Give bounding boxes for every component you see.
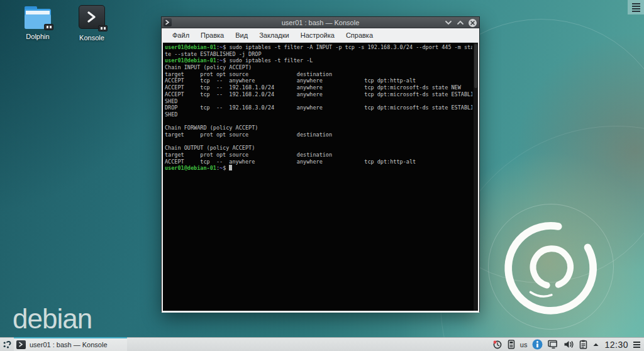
active-task-indicator	[14, 337, 127, 338]
scrollbar[interactable]	[474, 43, 478, 311]
terminal-line: ACCEPT tcp -- 192.168.2.0/24 anywhere tc…	[165, 91, 472, 98]
terminal-area[interactable]: user01@debian-01:~$ sudo iptables -t fil…	[163, 42, 478, 311]
menu-bookmarks[interactable]: Закладки	[253, 31, 295, 39]
terminal-line: te --state ESTABLISHED -j DROP	[165, 51, 472, 58]
window-titlebar[interactable]: user01 : bash — Konsole	[162, 17, 479, 28]
konsole-window: user01 : bash — Konsole Файл Правка Вид …	[161, 16, 480, 312]
terminal-lines[interactable]: user01@debian-01:~$ sudo iptables -t fil…	[163, 43, 472, 311]
close-button[interactable]	[469, 19, 477, 27]
desktop-icon-label: Dolphin	[14, 33, 62, 40]
shortcut-emblem-icon	[98, 25, 108, 31]
debian-swirl-logo	[494, 208, 608, 330]
terminal-line: ACCEPT tcp -- anywhere anywhere tcp dpt:…	[165, 77, 472, 84]
window-title: user01 : bash — Konsole	[162, 19, 479, 26]
task-label: user01 : bash — Konsole	[30, 341, 108, 348]
terminal-line: user01@debian-01:~$ sudo iptables -t fil…	[165, 57, 472, 64]
clipboard-icon[interactable]	[579, 340, 587, 349]
terminal-line: SHED	[165, 111, 472, 118]
clock[interactable]: 12:30	[604, 340, 628, 350]
menu-view[interactable]: Вид	[230, 31, 253, 39]
terminal-line	[165, 118, 472, 125]
desktop-wallpaper: debian Dolphin Konsole	[0, 0, 644, 351]
terminal-line: user01@debian-01:~$	[165, 165, 472, 172]
terminal-line: target prot opt source destination	[165, 152, 472, 159]
info-icon[interactable]	[532, 339, 543, 350]
desktop-icon-konsole[interactable]: Konsole	[68, 4, 116, 42]
window-bottom-frame	[162, 311, 479, 313]
terminal-line	[165, 138, 472, 145]
terminal-line: DROP tcp -- 192.168.3.0/24 anywhere tcp …	[165, 104, 472, 111]
menu-help[interactable]: Справка	[340, 31, 379, 39]
updates-icon[interactable]	[492, 340, 502, 350]
volume-icon[interactable]	[564, 340, 574, 349]
tray-expander-icon[interactable]	[592, 342, 599, 347]
desktop-icon-label: Konsole	[68, 34, 116, 42]
terminal-line: user01@debian-01:~$ sudo iptables -t fil…	[165, 44, 472, 51]
konsole-task-icon	[16, 340, 26, 349]
panel-toolbox-button[interactable]	[633, 340, 640, 349]
terminal-line: Chain FORWARD (policy ACCEPT)	[165, 125, 472, 131]
application-launcher-button[interactable]	[0, 338, 14, 351]
menu-file[interactable]: Файл	[167, 31, 195, 39]
desktop-toolbox-button[interactable]	[628, 0, 644, 14]
menu-edit[interactable]: Правка	[195, 31, 230, 39]
taskbar-panel: user01 : bash — Konsole us	[0, 337, 644, 351]
terminal-line: ACCEPT tcp -- anywhere anywhere tcp dpt:…	[165, 159, 472, 165]
keyboard-layout-indicator[interactable]: us	[520, 341, 528, 348]
desktop-icon-dolphin[interactable]: Dolphin	[14, 4, 62, 40]
terminal-line: target prot opt source destination	[165, 131, 472, 138]
terminal-line: Chain OUTPUT (policy ACCEPT)	[165, 145, 472, 152]
hamburger-icon	[632, 2, 640, 13]
maximize-button[interactable]	[457, 20, 464, 25]
terminal-line: SHED	[165, 98, 472, 105]
device-notifier-icon[interactable]	[508, 340, 515, 349]
scrollbar-thumb[interactable]	[474, 44, 477, 88]
terminal-line: Chain INPUT (policy ACCEPT)	[165, 64, 472, 71]
menu-bar: Файл Правка Вид Закладки Настройка Справ…	[162, 28, 479, 42]
terminal-cursor	[229, 165, 232, 170]
launcher-icon	[3, 340, 12, 349]
minimize-button[interactable]	[445, 20, 452, 25]
debian-wordmark: debian	[13, 303, 92, 335]
system-tray: us 12:30	[492, 339, 644, 350]
terminal-line: ACCEPT tcp -- 192.168.1.0/24 anywhere tc…	[165, 84, 472, 91]
taskbar-task-konsole[interactable]: user01 : bash — Konsole	[14, 338, 127, 351]
shortcut-emblem-icon	[44, 24, 53, 30]
close-icon	[470, 20, 475, 26]
terminal-line: target prot opt source destination	[165, 71, 472, 78]
display-icon[interactable]	[548, 340, 558, 349]
menu-settings[interactable]: Настройка	[295, 31, 340, 39]
